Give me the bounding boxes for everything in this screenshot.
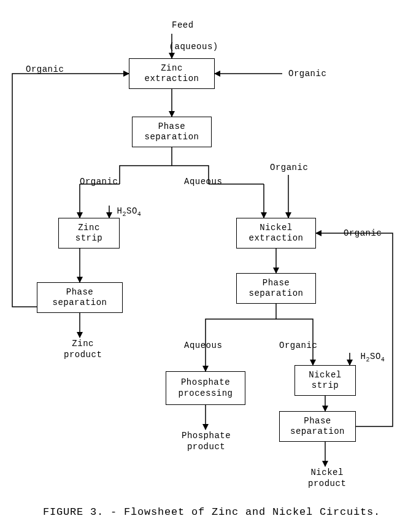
flowsheet-canvas: Feed (aqueous) Zincextraction Phasesepar…	[0, 0, 408, 532]
label-h2so4-left: H2SO4	[95, 195, 141, 229]
box-phase-sep-zinc: Phaseseparation	[37, 282, 123, 313]
h2so4-right-4: 4	[381, 356, 385, 363]
box-nickel-extraction-text: Nickelextraction	[248, 223, 303, 244]
h2so4-left-4: 4	[137, 210, 142, 217]
label-phosphate-product: Phosphateproduct	[182, 431, 231, 452]
box-phase-sep-zinc-text: Phaseseparation	[52, 287, 107, 309]
box-phosphate-proc: Phosphateprocessing	[166, 371, 245, 405]
box-zinc-extraction: Zincextraction	[129, 58, 215, 89]
box-nickel-extraction: Nickelextraction	[236, 218, 316, 249]
box-zinc-extraction-text: Zincextraction	[144, 63, 199, 85]
h2so4-right-H: H	[361, 352, 366, 361]
label-organic-far-right: Organic	[344, 228, 382, 239]
label-nickel-product: Nickelproduct	[308, 468, 346, 489]
box-phase-sep-nickel1: Phaseseparation	[236, 273, 316, 304]
box-phase-sep-nickel1-text: Phaseseparation	[248, 278, 303, 299]
feed-line2: (aqueous)	[169, 42, 218, 52]
label-organic-lower-right: Organic	[279, 341, 317, 352]
label-organic-branch-left: Organic	[80, 177, 118, 188]
box-phase-sep-nickel2-text: Phaseseparation	[290, 416, 345, 438]
label-organic-right: Organic	[288, 69, 326, 80]
label-h2so4-right: H2SO4	[339, 341, 385, 374]
label-zinc-product: Zincproduct	[64, 339, 102, 360]
label-aqueous-branch-right: Aqueous	[184, 177, 222, 188]
box-phase-sep-nickel2: Phaseseparation	[279, 411, 356, 442]
box-phosphate-proc-text: Phosphateprocessing	[178, 377, 233, 399]
label-organic-left: Organic	[26, 64, 64, 75]
feed-line1: Feed	[172, 20, 194, 30]
box-phase-sep-1-text: Phaseseparation	[144, 121, 199, 143]
label-organic-vert-right: Organic	[270, 163, 308, 174]
figure-caption: FIGURE 3. - Flowsheet of Zinc and Nickel…	[43, 506, 380, 518]
box-nickel-strip-text: Nickelstrip	[309, 370, 341, 391]
label-aqueous-lower: Aqueous	[184, 341, 222, 352]
h2so4-right-SO: SO	[370, 352, 381, 361]
h2so4-left-SO: SO	[126, 206, 137, 216]
feed-label: Feed (aqueous)	[147, 9, 196, 63]
h2so4-left-H: H	[117, 206, 123, 216]
box-phase-sep-1: Phaseseparation	[132, 117, 212, 147]
